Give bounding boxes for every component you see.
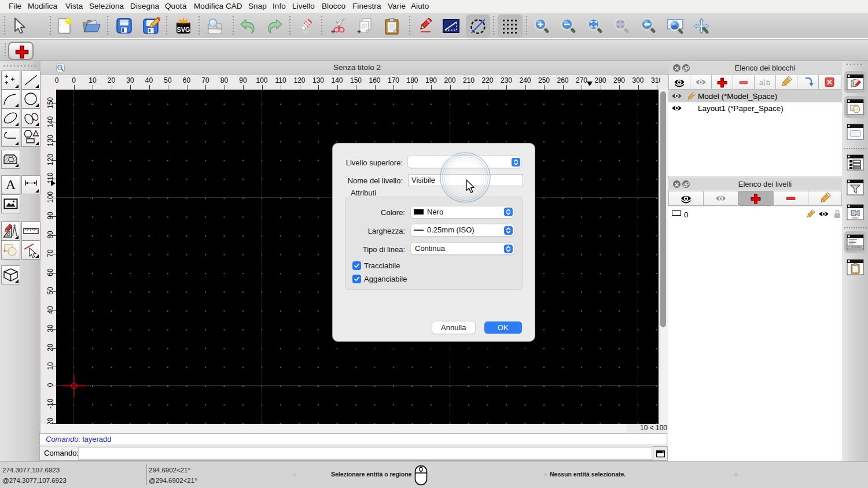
svg-text:a: a	[759, 79, 763, 87]
svg-text:SVG: SVG	[176, 26, 190, 33]
svg-text:b: b	[766, 79, 770, 87]
svg-text:c command: c command	[848, 246, 862, 249]
svg-text:A: A	[6, 177, 16, 192]
